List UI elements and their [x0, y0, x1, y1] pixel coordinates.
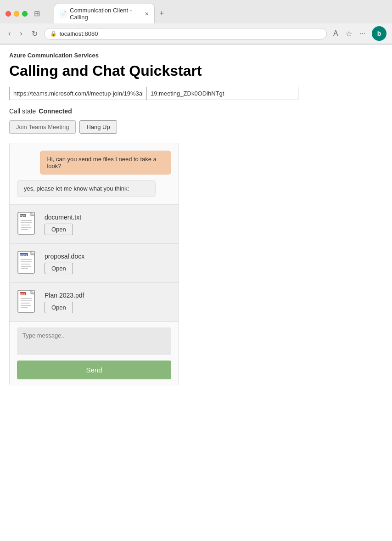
- file-info: document.txt Open: [45, 214, 81, 235]
- tab-page-icon: 📄: [60, 11, 67, 17]
- new-tab-button[interactable]: +: [155, 6, 169, 21]
- meeting-url-input[interactable]: [9, 87, 147, 100]
- chat-messages: Hi, can you send me files I need to take…: [10, 143, 179, 204]
- file-item: DOCX proposal.docx Open: [10, 243, 179, 282]
- pdf-file-icon: PDF: [17, 289, 39, 315]
- txt-file-icon: TXT: [17, 211, 39, 237]
- open-file-button[interactable]: Open: [45, 263, 73, 274]
- file-name: proposal.docx: [45, 253, 84, 260]
- file-info: Plan 2023.pdf Open: [45, 292, 84, 313]
- reader-view-button[interactable]: A: [330, 28, 341, 40]
- button-row: Join Teams Meeting Hang Up: [9, 120, 383, 134]
- open-file-button[interactable]: Open: [45, 302, 73, 313]
- svg-text:PDF: PDF: [20, 293, 26, 296]
- hang-up-button[interactable]: Hang Up: [79, 120, 117, 134]
- maximize-window-button[interactable]: [22, 11, 28, 17]
- page-title: Calling and Chat Quickstart: [9, 62, 383, 79]
- active-tab[interactable]: 📄 Communication Client - Calling ×: [54, 4, 155, 23]
- traffic-lights: [6, 11, 28, 17]
- address-url: localhost:8080: [60, 30, 321, 37]
- minimize-window-button[interactable]: [14, 11, 19, 17]
- file-item: TXT document.txt Open: [10, 204, 179, 243]
- close-window-button[interactable]: [6, 11, 11, 17]
- file-item: PDF Plan 2023.pdf Open: [10, 282, 179, 321]
- favorites-button[interactable]: ☆: [343, 28, 355, 40]
- forward-button[interactable]: ›: [17, 28, 25, 39]
- sidebar-toggle-icon[interactable]: ⊞: [31, 7, 43, 20]
- tab-title: Communication Client - Calling: [70, 7, 145, 21]
- nav-bar: ‹ › ↻ 🔒 localhost:8080 A ☆ ··· b: [0, 23, 392, 44]
- file-name: document.txt: [45, 214, 81, 221]
- bing-button[interactable]: b: [372, 26, 386, 41]
- call-state-label: Call state: [9, 107, 36, 115]
- join-teams-meeting-button[interactable]: Join Teams Meeting: [9, 120, 76, 134]
- send-button[interactable]: Send: [17, 361, 171, 379]
- file-messages: TXT document.txt Open: [10, 204, 179, 321]
- title-bar: ⊞ 📄 Communication Client - Calling × +: [0, 0, 392, 23]
- call-state-row: Call state Connected: [9, 107, 383, 115]
- thread-id-input[interactable]: [147, 87, 298, 100]
- tab-bar: 📄 Communication Client - Calling × +: [54, 4, 169, 23]
- nav-actions: A ☆ ···: [330, 28, 368, 40]
- file-info: proposal.docx Open: [45, 253, 84, 274]
- app-label: Azure Communication Services: [9, 52, 383, 59]
- chat-container: Hi, can you send me files I need to take…: [9, 143, 179, 385]
- open-file-button[interactable]: Open: [45, 224, 73, 235]
- chat-input-area: Send: [10, 321, 179, 385]
- message-bubble-incoming: yes, please let me know what you think:: [17, 180, 156, 197]
- tab-close-button[interactable]: ×: [145, 11, 149, 17]
- input-row: [9, 87, 383, 100]
- back-button[interactable]: ‹: [6, 28, 13, 39]
- call-state-value: Connected: [39, 107, 72, 115]
- svg-text:DOCX: DOCX: [20, 254, 28, 257]
- file-name: Plan 2023.pdf: [45, 292, 84, 299]
- lock-icon: 🔒: [50, 30, 57, 37]
- address-bar[interactable]: 🔒 localhost:8080: [44, 28, 327, 39]
- more-options-button[interactable]: ···: [357, 28, 368, 40]
- docx-file-icon: DOCX: [17, 250, 39, 276]
- message-bubble-outgoing: Hi, can you send me files I need to take…: [40, 151, 171, 175]
- page-content: Azure Communication Services Calling and…: [0, 45, 392, 393]
- svg-text:TXT: TXT: [20, 215, 25, 218]
- refresh-button[interactable]: ↻: [29, 28, 40, 40]
- browser-chrome: ⊞ 📄 Communication Client - Calling × + ‹…: [0, 0, 392, 45]
- message-input[interactable]: [17, 327, 171, 355]
